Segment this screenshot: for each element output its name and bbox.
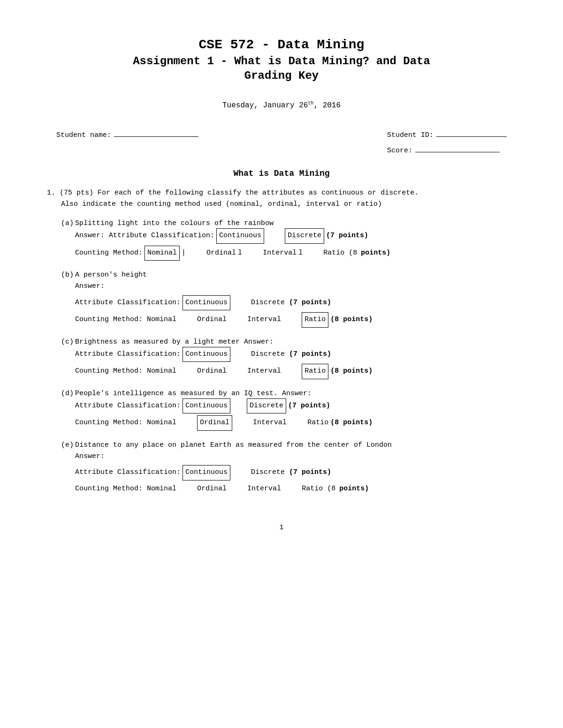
date-sup: th (308, 101, 313, 106)
question-intro-line1: (75 pts) For each of the following class… (60, 189, 418, 197)
id-label: Student ID: (387, 131, 434, 139)
date-post: , 2016 (313, 101, 341, 110)
question-intro: 1. (75 pts) For each of the following cl… (47, 188, 516, 210)
item-c-counting: Counting Method: Nominal Ordinal Interva… (75, 364, 516, 379)
item-a-answer: Answer: Attribute Classification: Contin… (75, 228, 516, 244)
question-number: 1. (47, 189, 60, 197)
name-label: Student name: (56, 131, 111, 139)
name-input[interactable] (114, 128, 198, 137)
item-e: (e) Distance to any place on planet Eart… (61, 441, 516, 496)
item-d-answer-label: Attribute Classification: (75, 399, 181, 413)
item-e-answer-line2-label: Attribute Classification: (75, 466, 181, 480)
item-d-header: (d) People's intelligence as measured by… (61, 390, 516, 398)
name-field: Student name: (56, 128, 198, 139)
item-c-ratio-points: (8 points) (330, 365, 373, 378)
item-e-interval: Interval (247, 482, 281, 496)
item-e-answer-label: Answer: (75, 450, 105, 464)
item-d-continuous: Continuous (183, 398, 230, 414)
item-d-letter: (d) (61, 390, 75, 398)
item-a-ratio-points: points) (361, 247, 390, 260)
item-a-header: (a) Splitting light into the colours of … (61, 219, 516, 227)
item-e-ordinal: Ordinal (197, 482, 227, 496)
item-e-answer: Attribute Classification: Continuous Dis… (75, 465, 516, 480)
item-a-counting-label: Counting Method: (75, 247, 143, 260)
item-b-answer-header: Answer: (75, 280, 516, 293)
student-info: Student name: Student ID: Score: (47, 128, 516, 155)
title-line2: Assignment 1 - What is Data Mining? and … (47, 55, 516, 68)
title-line1: CSE 572 - Data Mining (47, 38, 516, 52)
item-d-counting: Counting Method: Nominal Ordinal Interva… (75, 415, 516, 431)
item-b-answer: Attribute Classification: Continuous Dis… (75, 295, 516, 311)
section-title: What is Data Mining (47, 169, 516, 178)
item-c-ordinal: Ordinal (197, 365, 227, 378)
item-a-points: (7 points) (326, 229, 368, 243)
page-number: 1 (47, 524, 516, 532)
item-b: (b) A person's height Answer: Attribute … (61, 271, 516, 328)
item-e-counting: Counting Method: Nominal Ordinal Interva… (75, 482, 516, 496)
item-c-letter: (c) (61, 338, 75, 346)
student-right: Student ID: Score: (387, 128, 507, 155)
item-a-letter: (a) (61, 219, 75, 227)
item-e-discrete: Discrete (7 points) (251, 466, 331, 480)
item-b-counting-label: Counting Method: Nominal (75, 313, 176, 327)
item-d-ratio-points: (8 points) (330, 416, 373, 430)
item-b-answer-label: Answer: (75, 280, 105, 293)
item-b-answer-line2-label: Attribute Classification: (75, 296, 181, 310)
item-d-points: (7 points) (288, 399, 330, 413)
item-d-ratio: Ratio (307, 416, 328, 430)
title-line3: Grading Key (47, 69, 516, 82)
item-e-continuous: Continuous (183, 465, 230, 480)
item-d-discrete: Discrete (247, 398, 286, 414)
item-b-interval: Interval (247, 313, 281, 327)
item-d-ordinal: Ordinal (197, 415, 232, 431)
item-a-ordinal: Ordinal (206, 247, 236, 260)
item-c-question: Brightness as measured by a light meter … (75, 338, 516, 346)
item-d-interval: Interval (253, 416, 287, 430)
student-left: Student name: (56, 128, 198, 155)
item-b-ratio: Ratio (302, 312, 328, 328)
item-a-nominal-pipe: | (182, 247, 186, 260)
item-e-counting-label: Counting Method: Nominal (75, 482, 176, 496)
item-b-header: (b) A person's height (61, 271, 516, 279)
item-e-answer-label-line: Answer: (75, 450, 516, 464)
item-a: (a) Splitting light into the colours of … (61, 219, 516, 261)
item-c-header: (c) Brightness as measured by a light me… (61, 338, 516, 346)
item-a-interval: Interval (263, 247, 297, 260)
question-intro-line2: Also indicate the counting method used (… (61, 200, 382, 208)
item-b-discrete: Discrete (7 points) (251, 296, 331, 310)
score-label: Score: (387, 147, 412, 155)
item-e-header: (e) Distance to any place on planet Eart… (61, 441, 516, 449)
item-a-ordinal-pipe: l (238, 247, 242, 260)
item-e-content: Answer: Attribute Classification: Contin… (75, 450, 516, 496)
item-a-counting: Counting Method: Nominal| Ordinall Inter… (75, 246, 516, 261)
item-a-question: Splitting light into the colours of the … (75, 219, 516, 227)
item-d-counting-label: Counting Method: Nominal (75, 416, 176, 430)
item-c-interval: Interval (247, 365, 281, 378)
item-c-answer-label: Attribute Classification: (75, 348, 181, 361)
id-input[interactable] (436, 128, 507, 137)
question-items: (a) Splitting light into the colours of … (61, 219, 516, 495)
item-b-letter: (b) (61, 271, 75, 279)
item-e-question: Distance to any place on planet Earth as… (75, 441, 516, 449)
score-input[interactable] (415, 144, 500, 152)
item-b-counting: Counting Method: Nominal Ordinal Interva… (75, 312, 516, 328)
item-b-ordinal: Ordinal (197, 313, 227, 327)
page-header: CSE 572 - Data Mining Assignment 1 - Wha… (47, 38, 516, 82)
item-c-continuous: Continuous (183, 347, 230, 362)
item-d-answer: Attribute Classification: Continuous Dis… (75, 398, 516, 414)
item-a-answer-label: Answer: Attribute Classification: (75, 229, 214, 243)
item-b-question: A person's height (75, 271, 516, 279)
item-c-ratio: Ratio (302, 364, 328, 379)
item-c: (c) Brightness as measured by a light me… (61, 338, 516, 379)
item-a-content: Answer: Attribute Classification: Contin… (75, 228, 516, 261)
item-c-content: Attribute Classification: Continuous Dis… (75, 347, 516, 379)
item-c-discrete: Discrete (7 points) (251, 348, 331, 361)
item-c-counting-label: Counting Method: Nominal (75, 365, 176, 378)
item-d-question: People's intelligence as measured by an … (75, 390, 516, 398)
item-e-ratio-points: points) (339, 482, 369, 496)
item-d: (d) People's intelligence as measured by… (61, 390, 516, 431)
item-a-interval-pipe: l (298, 247, 303, 260)
date-line: Tuesday, January 26th, 2016 (47, 101, 516, 110)
item-a-nominal: Nominal (145, 246, 180, 261)
item-c-answer: Attribute Classification: Continuous Dis… (75, 347, 516, 362)
